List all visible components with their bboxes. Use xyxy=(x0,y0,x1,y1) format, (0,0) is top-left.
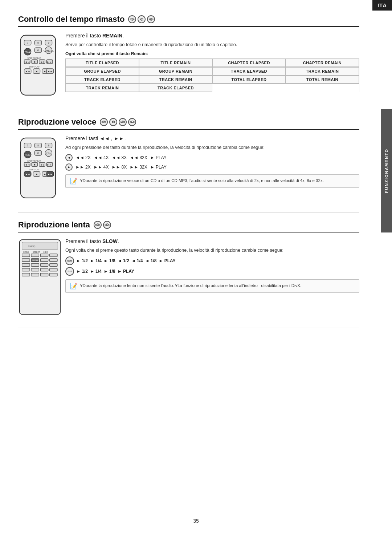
svg-text:►►: ►► xyxy=(48,173,53,175)
svg-text:9: 9 xyxy=(48,41,49,44)
svg-rect-78 xyxy=(31,263,39,266)
svg-text:MODE: MODE xyxy=(23,251,29,253)
dvd-slow-rev-1/8: ◄ 1/8 xyxy=(145,258,157,263)
rew-4x: ◄◄ 4X xyxy=(94,155,109,160)
svg-text:■: ■ xyxy=(34,163,35,166)
svg-text:REM: REM xyxy=(25,154,31,156)
funzionamento-label: FUNZIONAMENTO xyxy=(384,149,389,193)
section-title-lenta: Riproduzione lenta xyxy=(18,220,90,230)
dvd-slow-play: ► PLAY xyxy=(159,258,175,263)
svg-text:►|: ►| xyxy=(41,61,44,64)
note-icon-veloce: 📝 xyxy=(70,178,77,185)
time-cell-total-elapsed: TOTAL ELAPSED xyxy=(212,76,286,84)
svg-rect-86 xyxy=(31,273,39,276)
section-body-controllo: 7 8 9 REMAIN 0 CANCEL STEP REPEAT |◄◄ xyxy=(18,33,359,99)
svg-text:DSP/EQ: DSP/EQ xyxy=(28,245,35,247)
time-cell-track-remain-4: TRACK REMAIN xyxy=(66,84,139,92)
svg-rect-79 xyxy=(40,263,48,266)
divx-slow-1/8: ► 1/8 xyxy=(104,269,115,274)
svg-rect-75 xyxy=(40,258,48,261)
forward-row: ► ►► 2X ►► 4X ►► 8X ►► 32X ► PLAY xyxy=(65,163,359,171)
divx-icon-v: DivX xyxy=(128,118,136,126)
rewind-circle-icon: ◄ xyxy=(65,154,73,161)
svg-rect-87 xyxy=(40,273,48,276)
dvd-label-slow: DVD xyxy=(65,256,74,265)
time-cell-group-remain: GROUP REMAIN xyxy=(139,67,212,75)
svg-text:■: ■ xyxy=(34,61,35,63)
funzionamento-bar: FUNZIONAMENTO xyxy=(381,109,392,232)
content-area-veloce: Premere i tasti ◄◄ , ►► . Ad ogni pressi… xyxy=(65,135,359,188)
header-icons-controllo: DVD CD MP3 xyxy=(128,15,155,23)
svg-text:◄◄: ◄◄ xyxy=(25,70,30,73)
divx-label-slow: DivX xyxy=(65,267,74,276)
mp3-icon-v: MP3 xyxy=(119,118,127,126)
svg-text:►►|: ►►| xyxy=(47,163,53,166)
svg-text:|◄◄: |◄◄ xyxy=(24,61,30,64)
time-cell-total-remain: TOTAL REMAIN xyxy=(286,76,359,84)
note-box-veloce: 📝 ¥Durante la riproduzione veloce di un … xyxy=(65,174,359,188)
section-header-lenta: Riproduzione lenta DVD DivX xyxy=(18,220,359,232)
divx-slow-1/4: ► 1/4 xyxy=(90,269,102,274)
fwd-play: ► PLAY xyxy=(150,165,167,170)
time-cell-chapter-remain: CHAPTER REMAIN xyxy=(286,59,359,67)
ita-badge: ITA xyxy=(372,0,392,11)
time-cell-track-elapsed-4: TRACK ELAPSED xyxy=(139,84,212,92)
svg-text:STOP  PLAY: STOP PLAY xyxy=(29,66,40,68)
time-cell-track-elapsed-2: TRACK ELAPSED xyxy=(212,67,286,75)
svg-text:INFO: INFO xyxy=(43,251,48,253)
note-icon-lenta: 📝 xyxy=(70,283,77,290)
time-row-4: TRACK REMAIN TRACK ELAPSED xyxy=(65,84,359,92)
key-slow: SLOW xyxy=(102,238,118,244)
svg-rect-88 xyxy=(50,273,57,276)
svg-text:EFFECT: EFFECT xyxy=(33,251,40,253)
key-remain: REMAIN xyxy=(102,33,122,39)
svg-text:9: 9 xyxy=(48,144,49,147)
time-row-1: TITLE ELAPSED TITLE REMAIN CHAPTER ELAPS… xyxy=(65,58,359,67)
time-cell-chapter-elapsed: CHAPTER ELAPSED xyxy=(212,59,286,67)
svg-text:STEP  REPEAT: STEP REPEAT xyxy=(27,57,41,59)
time-cell-title-elapsed: TITLE ELAPSED xyxy=(66,59,139,67)
section-title-veloce: Riproduzione veloce xyxy=(18,117,96,127)
content-area-controllo: Premere il tasto REMAIN. Serve per contr… xyxy=(65,33,359,92)
svg-text:REMAIN: REMAIN xyxy=(23,51,33,53)
header-icons-lenta: DVD DivX xyxy=(94,221,111,229)
section-lenta: Riproduzione lenta DVD DivX DSP/EQ MODE … xyxy=(18,220,359,317)
instruction-lenta: Premere il tasto SLOW. xyxy=(65,238,359,244)
divx-slow-row: DivX ► 1/2 ► 1/4 ► 1/8 ► PLAY xyxy=(65,267,359,276)
divx-slow-1/2: ► 1/2 xyxy=(76,269,88,274)
svg-text:◄◄: ◄◄ xyxy=(25,173,30,175)
svg-text:STEP  REPEAT: STEP REPEAT xyxy=(27,159,41,162)
description-controllo: Serve per controllare il tempo totale e … xyxy=(65,41,359,48)
divider-3 xyxy=(18,328,359,328)
svg-text:CAN: CAN xyxy=(46,152,52,155)
dvd-slow-1/2: ► 1/2 xyxy=(76,258,88,263)
svg-text:►►|: ►►| xyxy=(47,61,53,64)
dvd-slow-1/4: ► 1/4 xyxy=(90,258,102,263)
mp3-icon: MP3 xyxy=(147,15,155,23)
rew-32x: ◄◄ 32X xyxy=(130,155,147,160)
description-lenta: Ogni volta che si preme questo tasto dur… xyxy=(65,247,359,254)
dvd-icon: DVD xyxy=(128,15,136,23)
svg-rect-74 xyxy=(22,258,30,261)
cd-icon-v: CD xyxy=(109,118,117,126)
svg-text:8: 8 xyxy=(37,41,39,44)
svg-text:■: ■ xyxy=(36,70,37,73)
dvd-slow-rev-1/2: ◄ 1/2 xyxy=(118,258,129,263)
svg-rect-85 xyxy=(22,273,30,276)
header-icons-veloce: DVD CD MP3 DivX xyxy=(100,118,136,126)
svg-text:7: 7 xyxy=(27,144,28,147)
key-forward: ►► xyxy=(114,135,124,141)
dvd-icon-l: DVD xyxy=(94,221,102,229)
remote-lenta: DSP/EQ MODE EFFECT INFO SLOW xyxy=(18,238,58,317)
time-cell-track-elapsed-3: TRACK ELAPSED xyxy=(66,76,139,84)
time-row-2: GROUP ELAPSED GROUP REMAIN TRACK ELAPSED… xyxy=(65,67,359,75)
remote-controllo: 7 8 9 REMAIN 0 CANCEL STEP REPEAT |◄◄ xyxy=(18,33,58,99)
instruction-veloce: Premere i tasti ◄◄ , ►► . xyxy=(65,135,359,141)
time-cell-group-elapsed: GROUP ELAPSED xyxy=(66,67,139,75)
section-header-veloce: Riproduzione veloce DVD CD MP3 DivX xyxy=(18,117,359,130)
section-body-veloce: 7 8 9 REM 0 CAN STEP REPEAT |◄◄ ■ xyxy=(18,135,359,202)
time-grid: TITLE ELAPSED TITLE REMAIN CHAPTER ELAPS… xyxy=(65,58,359,92)
svg-text:STOP  PLAY: STOP PLAY xyxy=(29,169,40,171)
svg-text:■: ■ xyxy=(36,173,37,175)
svg-text:0: 0 xyxy=(37,152,39,154)
